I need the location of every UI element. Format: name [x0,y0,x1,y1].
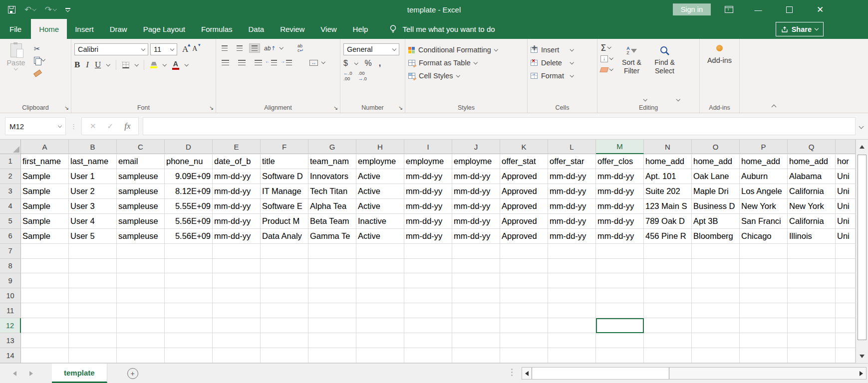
cell-Q11[interactable] [788,303,836,318]
cell-P9[interactable] [740,273,788,288]
column-header-I[interactable]: I [404,140,452,154]
cell-F2[interactable]: Software D [261,169,308,184]
formula-bar-splitter[interactable]: ⋮ [70,123,77,130]
merge-center-dropdown-icon[interactable] [321,60,325,64]
column-header-N[interactable]: N [644,140,692,154]
cell-D5[interactable]: 5.56E+09 [165,214,213,229]
scroll-right-button[interactable] [857,368,866,379]
cell-K7[interactable] [500,244,548,259]
cell-O8[interactable] [692,259,740,274]
cell-C5[interactable]: sampleuse [117,214,165,229]
cell-M1[interactable]: offer_clos [596,154,644,169]
cell-A13[interactable] [21,333,69,348]
wrap-text-button[interactable]: abc↵ [297,44,303,53]
fill-color-button[interactable] [150,62,157,68]
increase-indent-button[interactable]: → [284,58,294,67]
cell-C13[interactable] [117,333,165,348]
cell-L13[interactable] [548,333,596,348]
cell-O9[interactable] [692,273,740,288]
cell-R12[interactable] [836,318,856,333]
cell-F3[interactable]: IT Manage [261,184,308,199]
comma-style-button[interactable]: , [379,59,381,68]
cell-P1[interactable]: home_add [740,154,788,169]
cell-D7[interactable] [165,244,213,259]
font-name-combo[interactable]: Calibri [74,43,148,55]
cell-N11[interactable] [644,303,692,318]
cell-O2[interactable]: Oak Lane [692,169,740,184]
cell-G8[interactable] [308,259,356,274]
cell-Q6[interactable]: Illinois [788,229,836,244]
cell-Q2[interactable]: Alabama [788,169,836,184]
cell-N1[interactable]: home_add [644,154,692,169]
cell-C6[interactable]: sampleuse [117,229,165,244]
cell-N3[interactable]: Suite 202 [644,184,692,199]
delete-cells-button[interactable]: ✕Delete [531,56,594,69]
row-header-4[interactable]: 4 [0,199,21,214]
cell-H13[interactable] [356,333,404,348]
cell-Q7[interactable] [788,244,836,259]
tab-insert[interactable]: Insert [67,19,102,39]
cell-N14[interactable] [644,348,692,363]
align-right-button[interactable] [252,58,265,67]
cell-N10[interactable] [644,288,692,303]
redo-dropdown-icon[interactable] [53,7,57,11]
cell-H6[interactable]: Active [356,229,404,244]
tab-review[interactable]: Review [272,19,312,39]
font-size-combo[interactable]: 11 [150,43,177,55]
cell-N5[interactable]: 789 Oak D [644,214,692,229]
cell-E11[interactable] [213,303,261,318]
top-align-button[interactable] [219,43,230,53]
cell-J4[interactable]: mm-dd-yy [452,199,500,214]
cell-I1[interactable]: employme [404,154,452,169]
cell-D1[interactable]: phone_nu [165,154,213,169]
cell-R1[interactable]: hor [836,154,856,169]
insert-cells-button[interactable]: ➕Insert [531,43,594,56]
select-all-corner[interactable] [0,140,21,154]
sheet-tab-template[interactable]: template [52,364,107,383]
cell-G1[interactable]: team_nam [308,154,356,169]
cell-P5[interactable]: San Franci [740,214,788,229]
cell-E4[interactable]: mm-dd-yy [213,199,261,214]
borders-dropdown-icon[interactable] [135,62,139,66]
cell-I4[interactable]: mm-dd-yy [404,199,452,214]
cell-D11[interactable] [165,303,213,318]
cell-D2[interactable]: 9.09E+09 [165,169,213,184]
cell-P7[interactable] [740,244,788,259]
cell-B1[interactable]: last_name [69,154,117,169]
cell-Q3[interactable]: California [788,184,836,199]
decrease-indent-button[interactable]: ← [269,58,280,67]
cell-B7[interactable] [69,244,117,259]
accounting-format-button[interactable]: $ [343,59,348,68]
tab-page-layout[interactable]: Page Layout [135,19,193,39]
cell-Q14[interactable] [788,348,836,363]
cell-A12[interactable] [21,318,69,333]
cell-N12[interactable] [644,318,692,333]
align-center-button[interactable] [236,58,248,67]
cell-I6[interactable]: mm-dd-yy [404,229,452,244]
vertical-scrollbar[interactable] [856,140,868,363]
cell-P8[interactable] [740,259,788,274]
cell-Q4[interactable]: New York [788,199,836,214]
cell-A6[interactable]: Sample [21,229,69,244]
cell-Q5[interactable]: California [788,214,836,229]
cell-F8[interactable] [261,259,308,274]
cell-C9[interactable] [117,273,165,288]
cell-P4[interactable]: New York [740,199,788,214]
format-as-table-button[interactable]: Format as Table [408,56,524,69]
cell-R3[interactable]: Uni [836,184,856,199]
autosum-icon[interactable]: Σ [600,43,606,52]
cell-K5[interactable]: Approved [500,214,548,229]
cell-H9[interactable] [356,273,404,288]
previous-sheet-icon[interactable] [13,371,16,376]
merge-center-icon[interactable]: ↔ [309,60,318,66]
cell-O5[interactable]: Apt 3B [692,214,740,229]
cell-J13[interactable] [452,333,500,348]
font-color-dropdown-icon[interactable] [185,62,189,66]
cell-P12[interactable] [740,318,788,333]
cell-R10[interactable] [836,288,856,303]
cell-O6[interactable]: Bloomberg [692,229,740,244]
cell-O13[interactable] [692,333,740,348]
decrease-font-size-button[interactable]: A▾ [192,45,197,52]
align-left-button[interactable] [219,58,232,67]
cell-F11[interactable] [261,303,308,318]
